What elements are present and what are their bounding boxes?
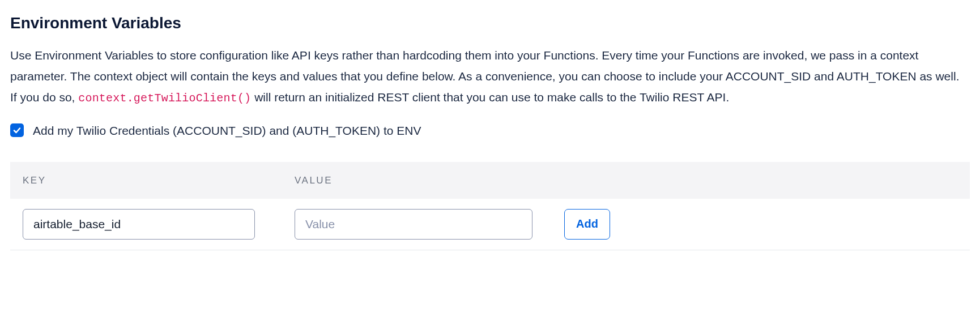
credentials-checkbox-row: Add my Twilio Credentials (ACCOUNT_SID) …	[10, 122, 970, 140]
column-header-key: KEY	[23, 175, 46, 186]
description-text-2: will return an initialized REST client t…	[254, 91, 729, 104]
env-table-row: Add	[10, 199, 970, 250]
section-heading: Environment Variables	[10, 11, 970, 35]
check-icon	[12, 126, 22, 135]
section-description: Use Environment Variables to store confi…	[10, 45, 968, 108]
column-header-value: VALUE	[295, 175, 333, 186]
env-key-input[interactable]	[23, 209, 255, 240]
env-table-header: KEY VALUE	[10, 162, 970, 199]
description-code: context.getTwilioClient()	[78, 92, 251, 105]
env-value-input[interactable]	[295, 209, 532, 240]
credentials-checkbox-label: Add my Twilio Credentials (ACCOUNT_SID) …	[33, 122, 421, 140]
credentials-checkbox[interactable]	[10, 123, 24, 137]
add-button[interactable]: Add	[564, 209, 610, 240]
